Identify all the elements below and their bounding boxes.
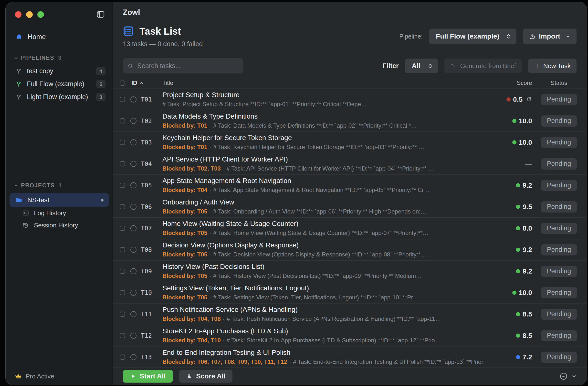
task-count-summary: 13 tasks — 0 done, 0 failed <box>123 40 203 48</box>
generate-from-brief-button[interactable]: Generate from Brief <box>444 58 522 73</box>
row-checkbox[interactable] <box>120 290 125 295</box>
sidebar-toggle-icon[interactable] <box>95 10 106 19</box>
play-icon <box>130 373 136 379</box>
crown-icon <box>15 374 22 379</box>
row-checkbox[interactable] <box>120 97 125 102</box>
select-updown-icon <box>505 33 512 39</box>
row-checkbox[interactable] <box>120 333 125 338</box>
status-badge: Pending <box>541 94 577 105</box>
retry-icon[interactable] <box>526 96 532 102</box>
column-header-score[interactable]: Score <box>491 79 532 86</box>
status-badge: Pending <box>541 244 577 255</box>
table-row[interactable]: T02 Data Models & Type Definitions Block… <box>113 110 587 132</box>
task-subtitle: Blocked by: T06, T07, T08, T09, T10, T11… <box>162 358 484 365</box>
blocked-by-label: Blocked by: T01 <box>162 122 207 129</box>
task-status: Pending <box>542 266 576 277</box>
task-status-ring[interactable] <box>130 268 136 274</box>
row-checkbox[interactable] <box>120 204 125 209</box>
row-checkbox[interactable] <box>120 354 125 360</box>
task-status-ring[interactable] <box>130 204 136 210</box>
task-id: T04 <box>141 160 158 167</box>
task-title: App State Management & Root Navigation <box>162 177 484 185</box>
row-checkbox[interactable] <box>120 183 125 188</box>
sidebar: Home PIPELINES 3 test copy 4 Full Flow (… <box>6 2 113 385</box>
task-description: # Task: End-to-End Integration Testing &… <box>293 358 484 365</box>
row-checkbox[interactable] <box>120 269 125 274</box>
table-row[interactable]: T05 App State Management & Root Navigati… <box>113 175 587 196</box>
pro-status[interactable]: Pro Active <box>6 369 112 385</box>
row-checkbox[interactable] <box>120 311 125 317</box>
sidebar-item-pipeline[interactable]: Light Flow (example) 3 <box>6 91 112 103</box>
chevron-down-icon[interactable] <box>571 373 577 379</box>
zoom-window-button[interactable] <box>37 11 44 18</box>
close-window-button[interactable] <box>15 11 21 18</box>
pipeline-fork-icon <box>15 94 22 100</box>
table-row[interactable]: T12 StoreKit 2 In-App Purchases (LTD & S… <box>113 325 587 347</box>
task-status-ring[interactable] <box>130 247 136 253</box>
score-all-button[interactable]: Score All <box>179 370 232 383</box>
generate-from-brief-label: Generate from Brief <box>460 62 516 70</box>
task-status-ring[interactable] <box>130 332 136 339</box>
sidebar-item-pipeline[interactable]: Full Flow (example) 5 <box>6 77 112 91</box>
table-row[interactable]: T11 Push Notification Service (APNs & Ha… <box>113 304 587 325</box>
start-all-button[interactable]: Start All <box>123 370 173 383</box>
task-title: StoreKit 2 In-App Purchases (LTD & Sub) <box>162 328 484 335</box>
task-status-ring[interactable] <box>130 225 136 231</box>
table-row[interactable]: T07 Home View (Waiting State & Usage Cou… <box>113 218 587 239</box>
table-row[interactable]: T08 Decision View (Options Display & Res… <box>113 239 587 261</box>
task-status-ring[interactable] <box>130 290 136 296</box>
sidebar-divider <box>16 176 107 176</box>
table-row[interactable]: T10 Settings View (Token, Tier, Notifica… <box>113 282 587 304</box>
column-header-status[interactable]: Status <box>542 79 576 86</box>
row-checkbox[interactable] <box>120 140 125 145</box>
task-status-ring[interactable] <box>130 161 136 167</box>
pipeline-label: Pipeline: <box>399 33 423 40</box>
task-list: T01 Project Setup & Structure # Task: Pr… <box>113 89 587 367</box>
row-checkbox[interactable] <box>120 161 125 166</box>
sidebar-item-pipeline[interactable]: test copy 4 <box>6 65 112 77</box>
table-row[interactable]: T04 API Service (HTTP Client for Worker … <box>113 153 587 175</box>
sidebar-item-log-history[interactable]: Log History <box>6 207 112 219</box>
new-task-button[interactable]: New Task <box>528 58 577 73</box>
separator-dot: · <box>223 165 225 172</box>
minimize-window-button[interactable] <box>26 11 33 18</box>
table-row[interactable]: T03 Keychain Helper for Secure Token Sto… <box>113 132 587 153</box>
task-status-ring[interactable] <box>130 354 136 360</box>
search-input[interactable] <box>137 62 239 70</box>
filter-select[interactable]: All <box>405 58 438 73</box>
table-row[interactable]: T06 Onboarding / Auth View Blocked by: T… <box>113 196 587 218</box>
table-row[interactable]: T13 End-to-End Integration Testing & UI … <box>113 347 587 367</box>
task-status-ring[interactable] <box>130 139 136 145</box>
sidebar-item-project[interactable]: NS-test <box>10 193 109 207</box>
search-box[interactable] <box>123 58 243 74</box>
table-row[interactable]: T09 History View (Past Decisions List) B… <box>113 261 587 282</box>
task-status-ring[interactable] <box>130 96 136 102</box>
pipeline-select[interactable]: Full Flow (example) <box>429 29 516 44</box>
pipelines-section-header[interactable]: PIPELINES 3 <box>6 55 112 61</box>
row-checkbox[interactable] <box>120 226 125 231</box>
scrollbar-track[interactable] <box>584 89 584 367</box>
history-icon <box>22 222 29 229</box>
table-row[interactable]: T01 Project Setup & Structure # Task: Pr… <box>113 89 587 110</box>
sidebar-item-home[interactable]: Home <box>6 31 112 43</box>
table-header: ID Title Score Status <box>113 77 587 89</box>
import-button[interactable]: Import <box>523 29 577 44</box>
projects-section-header[interactable]: PROJECTS 1 <box>6 182 112 189</box>
row-checkbox[interactable] <box>120 118 125 123</box>
column-header-id[interactable]: ID <box>131 79 137 86</box>
task-status-ring[interactable] <box>130 311 136 317</box>
ellipsis-circle-icon[interactable] <box>559 372 568 381</box>
column-header-title[interactable]: Title <box>162 79 491 86</box>
task-status-ring[interactable] <box>130 182 136 188</box>
task-score: 7.2 <box>491 353 532 361</box>
task-status-ring[interactable] <box>130 118 136 124</box>
sort-caret-icon <box>139 81 143 85</box>
score-dot <box>516 183 520 187</box>
sidebar-item-session-history[interactable]: Session History <box>6 219 112 231</box>
row-checkbox[interactable] <box>120 247 125 252</box>
import-label: Import <box>539 32 560 40</box>
separator-dot: · <box>209 230 211 236</box>
filter-label: Filter <box>382 62 399 70</box>
select-all-checkbox[interactable] <box>120 80 125 86</box>
task-title: Project Setup & Structure <box>162 91 484 99</box>
